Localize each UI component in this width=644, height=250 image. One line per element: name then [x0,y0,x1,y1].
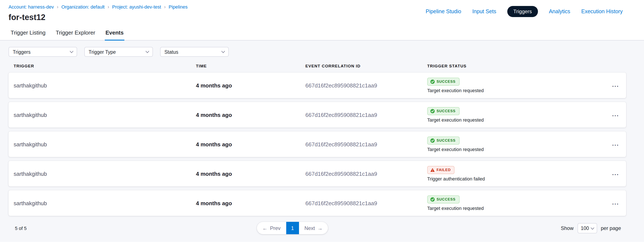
table-row: sarthakgithub 4 months ago 667d16f2ec895… [8,73,626,98]
chevron-down-icon [222,50,225,53]
status-label: SUCCESS [436,79,456,84]
ellipsis-icon [612,111,619,118]
ellipsis-icon [612,140,619,148]
table-row: sarthakgithub 4 months ago 667d16f2ec895… [8,132,626,157]
filter-label: Triggers [13,49,31,54]
status-badge: SUCCESS [427,78,459,86]
breadcrumb-link-account[interactable]: Account: harness-dev [8,4,54,10]
prev-label: Prev [270,225,280,231]
column-header-time: TIME [196,64,306,68]
trigger-name: sarthakgithub [14,82,196,88]
check-circle-icon [430,197,435,202]
show-label: Show [561,225,574,231]
status-detail: Target execution requested [427,147,484,152]
trigger-name: sarthakgithub [14,170,196,177]
column-header-trigger: TRIGGER [14,64,196,68]
status-detail: Target execution requested [427,88,484,93]
status-label: SUCCESS [436,197,456,202]
pager: ← Prev 1 Next → [257,222,328,234]
status-detail: Trigger authentication failed [427,176,485,181]
nav-item-analytics[interactable]: Analytics [549,8,570,14]
page-size-value: 100 [581,226,589,231]
filter-dropdown-status[interactable]: Status [160,47,229,57]
event-correlation-id: 667d16f2ec895908821c1aa9 [306,141,427,147]
page-size-select[interactable]: 100 [577,223,597,233]
status-badge: SUCCESS [427,137,459,145]
status-badge: SUCCESS [427,107,459,115]
status-label: FAILED [436,168,451,172]
trigger-name: sarthakgithub [14,200,196,206]
warning-triangle-icon [430,168,435,172]
page: Account: harness-dev›Organization: defau… [0,0,644,250]
chevron-down-icon [146,50,149,53]
row-menu-button[interactable] [610,132,621,157]
trigger-name: sarthakgithub [14,111,196,118]
filter-label: Trigger Type [88,49,116,54]
trigger-status-cell: FAILED Trigger authentication failed [427,166,600,181]
tab-bar: Trigger ListingTrigger ExplorerEvents [0,26,644,41]
nav-item-triggers[interactable]: Triggers [507,6,538,17]
ellipsis-icon [612,170,619,177]
check-circle-icon [430,109,435,113]
chevron-right-icon: › [108,4,109,10]
row-menu-button[interactable] [610,73,621,98]
page-size-control: Show 100 per page [561,223,621,233]
chevron-right-icon: › [164,4,166,10]
event-time: 4 months ago [196,82,306,88]
chevron-right-icon: › [57,4,58,10]
arrow-left-icon: ← [262,225,268,231]
nav-item-pipeline-studio[interactable]: Pipeline Studio [426,8,461,14]
event-time: 4 months ago [196,141,306,147]
nav-item-input-sets[interactable]: Input Sets [472,8,496,14]
breadcrumb-link-organization[interactable]: Organization: default [61,4,104,10]
tab-trigger-listing[interactable]: Trigger Listing [6,26,51,40]
content: TriggersTrigger TypeStatus TRIGGERTIMEEV… [0,40,644,242]
trigger-status-cell: SUCCESS Target execution requested [427,195,600,211]
tab-events[interactable]: Events [100,26,129,40]
status-badge: SUCCESS [427,195,459,203]
filter-dropdown-triggers[interactable]: Triggers [8,47,77,57]
check-circle-icon [430,79,435,84]
pagination: 5 of 5 ← Prev 1 Next → Show 100 per pa [0,222,644,235]
event-time: 4 months ago [196,200,306,206]
event-correlation-id: 667d16f2ec895908821c1aa9 [306,170,427,177]
column-header-trigger-status: TRIGGER STATUS [427,64,600,68]
filter-dropdown-trigger-type[interactable]: Trigger Type [84,47,153,57]
trigger-name: sarthakgithub [14,141,196,147]
row-menu-button[interactable] [610,161,621,186]
status-detail: Target execution requested [427,117,484,122]
table-body: sarthakgithub 4 months ago 667d16f2ec895… [8,73,626,216]
header: Account: harness-dev›Organization: defau… [0,0,644,41]
prev-page-button[interactable]: ← Prev [257,222,286,234]
page-number-button[interactable]: 1 [286,222,299,234]
status-label: SUCCESS [436,109,456,113]
status-label: SUCCESS [436,138,456,143]
status-detail: Target execution requested [427,206,484,211]
table-row: sarthakgithub 4 months ago 667d16f2ec895… [8,161,626,186]
header-nav: Pipeline StudioInput SetsTriggersAnalyti… [426,6,623,17]
status-badge: FAILED [427,166,454,174]
arrow-right-icon: → [318,225,323,231]
chevron-down-icon [70,50,74,53]
check-circle-icon [430,138,435,143]
trigger-status-cell: SUCCESS Target execution requested [427,107,600,122]
table-row: sarthakgithub 4 months ago 667d16f2ec895… [8,102,626,128]
row-menu-button[interactable] [610,190,621,216]
trigger-status-cell: SUCCESS Target execution requested [427,78,600,93]
breadcrumb-link-project[interactable]: Project: ayushi-dev-test [112,4,161,10]
event-time: 4 months ago [196,170,306,177]
trigger-status-cell: SUCCESS Target execution requested [427,137,600,152]
row-menu-button[interactable] [610,102,621,128]
tab-trigger-explorer[interactable]: Trigger Explorer [51,26,100,40]
filter-label: Status [164,49,178,54]
nav-item-execution-history[interactable]: Execution History [581,8,623,14]
next-page-button[interactable]: Next → [299,222,328,234]
per-page-label: per page [601,225,621,231]
chevron-down-icon [590,226,594,229]
event-time: 4 months ago [196,111,306,118]
page-summary: 5 of 5 [15,226,26,231]
column-header-event-correlation-id: EVENT CORRELATION ID [306,64,427,68]
breadcrumb-link-pipelines[interactable]: Pipelines [169,4,188,10]
next-label: Next [304,225,315,231]
event-correlation-id: 667d16f2ec895908821c1aa9 [306,111,427,118]
